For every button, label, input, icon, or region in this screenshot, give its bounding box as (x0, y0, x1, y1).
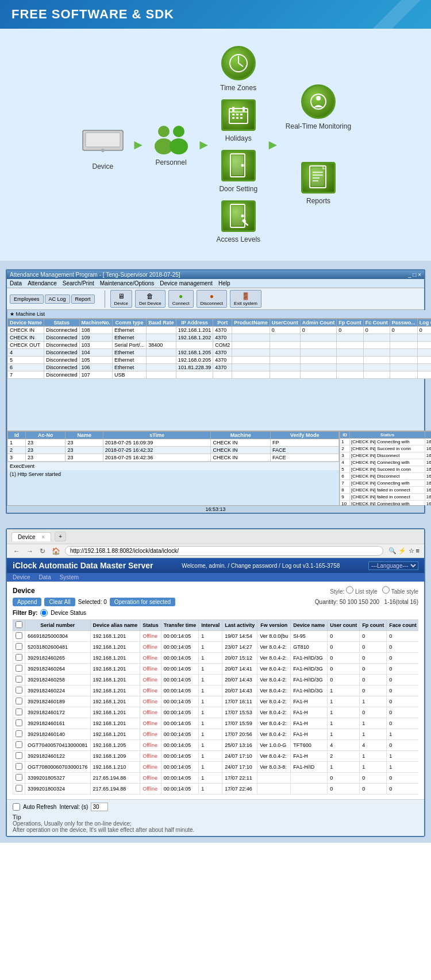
btn-append[interactable]: Append (13, 598, 41, 606)
tab-employees[interactable]: Employees (10, 295, 44, 304)
browser-tab-device[interactable]: Device × (11, 532, 51, 541)
menu-search[interactable]: Search/Print (63, 280, 94, 286)
th-activity[interactable]: Last activity (222, 620, 257, 631)
btn-device[interactable]: 🖥 Device (110, 290, 132, 308)
table-row[interactable]: 323232018-07-25 16:42:36CHECK INFACE (8, 454, 339, 462)
nav-device[interactable]: Device (13, 574, 30, 580)
row-checkbox[interactable] (16, 687, 22, 694)
table-row[interactable]: OGT70800060703000176192.168.1.210Offline… (13, 762, 419, 773)
row-checkbox[interactable] (16, 730, 22, 737)
list-item[interactable]: 4[CHECK IN] Connecting with16:35:44 07-2… (340, 459, 431, 466)
table-row[interactable]: 3929182460161192.168.1.201Offline00:00:1… (13, 718, 419, 729)
table-row[interactable]: OGT70400570413000081192.168.1.205Offline… (13, 740, 419, 751)
iclock-table-container: Serial number Device alias name Status T… (13, 619, 418, 795)
menu-data[interactable]: Data (10, 280, 22, 286)
table-row[interactable]: 52031802600481192.168.1.201Offline00:00:… (13, 642, 419, 653)
browser-forward[interactable]: → (25, 547, 35, 556)
browser-back[interactable]: ← (11, 547, 22, 556)
table-row[interactable]: 3399201800324217.65.194.88Offline00:00:1… (13, 784, 419, 795)
row-checkbox[interactable] (16, 676, 22, 683)
th-devname[interactable]: Device name (291, 620, 328, 631)
table-row[interactable]: 123232018-07-25 16:09:39CHECK INFP (8, 439, 339, 447)
btn-disconnect[interactable]: ● Disconnect (197, 290, 228, 308)
nav-system[interactable]: System (60, 574, 79, 580)
table-row[interactable]: 3929182460265192.168.1.201Offline00:00:1… (13, 653, 419, 664)
table-row[interactable]: 7Disconnected107USB3204 (8, 371, 432, 379)
table-style-radio[interactable] (382, 586, 390, 594)
tab-close-icon[interactable]: × (41, 534, 45, 540)
btn-clear[interactable]: Clear All (44, 598, 75, 606)
table-row[interactable]: CHECK INDisconnected109Ethernet192.168.1… (8, 334, 432, 342)
browser-home[interactable]: 🏠 (50, 547, 62, 556)
table-row[interactable]: 3929182460140192.168.1.201Offline00:00:1… (13, 729, 419, 740)
row-checkbox[interactable] (16, 665, 22, 672)
browser-url-bar[interactable] (65, 546, 383, 556)
table-row[interactable]: CHECK OUTDisconnected103Serial Port/...3… (8, 342, 432, 349)
btn-connect[interactable]: ● Connect (168, 290, 194, 308)
amp-machine-list[interactable]: Device Name Status MachineNo. Comm type … (7, 319, 431, 431)
list-item[interactable]: 6[CHECK IN] Disconnect16:39:03 07-25 (340, 473, 431, 480)
amp-menu[interactable]: Data Attendance Search/Print Maintenance… (7, 279, 424, 288)
iclock-style-opts: Style: List style Table style (330, 586, 418, 595)
th-fpcount[interactable]: Fp count (360, 620, 387, 631)
select-all[interactable] (16, 621, 22, 628)
list-item[interactable]: 2[CHECK IN] Succeed in conn16:08:41 07-2… (340, 446, 431, 452)
list-item[interactable]: 9[CHECK IN] failed in connect16:44:10 07… (340, 494, 431, 501)
table-row[interactable]: 3929182460258192.168.1.201Offline00:00:1… (13, 675, 419, 685)
row-checkbox[interactable] (16, 643, 22, 650)
th-status[interactable]: Status (140, 620, 161, 631)
th-facecount[interactable]: Face count (387, 620, 418, 631)
th-usercount[interactable]: User count (328, 620, 360, 631)
table-row[interactable]: 5Disconnected105Ethernet192.168.0.205437… (8, 357, 432, 364)
row-checkbox[interactable] (16, 698, 22, 704)
list-item[interactable]: 10[CHECK IN] Connecting with16:44:10 07-… (340, 501, 431, 506)
tab-aclog[interactable]: AC Log (45, 295, 70, 304)
menu-device-mgmt[interactable]: Device management (160, 280, 213, 286)
row-checkbox[interactable] (16, 708, 22, 715)
btn-exit[interactable]: 🚪 Exit system (230, 290, 261, 308)
filter-radio[interactable] (40, 609, 48, 617)
table-row[interactable]: 3929182460172192.168.1.201Offline00:00:1… (13, 707, 419, 718)
btn-operation[interactable]: Operation for selected (110, 598, 175, 606)
table-row[interactable]: 4Disconnected104Ethernet192.168.1.205437… (8, 349, 432, 357)
interval-input[interactable] (91, 803, 108, 811)
menu-help[interactable]: Help (218, 280, 230, 286)
auto-refresh-checkbox[interactable] (13, 803, 20, 811)
list-item[interactable]: 8[CHECK IN] failed in connect16:42:03 07… (340, 487, 431, 494)
btn-del-device[interactable]: 🗑 Del Device (135, 290, 166, 308)
th-alias[interactable]: Device alias name (90, 620, 140, 631)
row-checkbox[interactable] (16, 752, 22, 759)
list-item[interactable]: 7[CHECK IN] Connecting with16:41:55 07-2… (340, 480, 431, 487)
table-row[interactable]: 3399201805327217.65.194.88Offline00:00:1… (13, 773, 419, 784)
menu-attendance[interactable]: Attendance (28, 280, 57, 286)
row-checkbox[interactable] (16, 774, 22, 781)
row-checkbox[interactable] (16, 654, 22, 661)
browser-tab-add[interactable]: + (55, 532, 66, 541)
table-row[interactable]: 3929182460264192.168.1.201Offline00:00:1… (13, 664, 419, 675)
row-checkbox[interactable] (16, 719, 22, 726)
nav-data[interactable]: Data (39, 574, 51, 580)
table-row[interactable]: 3929182460224192.168.1.201Offline00:00:1… (13, 685, 419, 696)
table-row[interactable]: 66691825000304192.168.1.201Offline00:00:… (13, 631, 419, 642)
table-row[interactable]: 3929182460189192.168.1.201Offline00:00:1… (13, 696, 419, 707)
table-row[interactable]: CHECK INDisconnected108Ethernet192.168.1… (8, 327, 432, 334)
menu-maintenance[interactable]: Maintenance/Options (100, 280, 155, 286)
th-serial[interactable]: Serial number (25, 620, 91, 631)
language-select[interactable]: ---Language--- (368, 561, 418, 570)
list-item[interactable]: 3[CHECK IN] Disconnect16:09:24 07-25 (340, 452, 431, 459)
row-checkbox[interactable] (16, 741, 22, 748)
table-row[interactable]: 223232018-07-25 16:42:32CHECK INFACE (8, 447, 339, 454)
th-interval[interactable]: Interval (199, 620, 222, 631)
th-transfer[interactable]: Transfer time (161, 620, 199, 631)
table-row[interactable]: 6Disconnected106Ethernet101.81.228.39437… (8, 364, 432, 371)
list-item[interactable]: 1[CHECK IN] Connecting with16:08:40 07-2… (340, 439, 431, 446)
list-style-radio[interactable] (346, 586, 353, 594)
browser-refresh[interactable]: ↻ (38, 547, 47, 556)
th-fw[interactable]: Fw version (257, 620, 291, 631)
tab-report[interactable]: Report (71, 295, 95, 304)
row-checkbox[interactable] (16, 763, 22, 770)
row-checkbox[interactable] (16, 785, 22, 792)
list-item[interactable]: 5[CHECK IN] Succeed in conn16:35:51 07-2… (340, 466, 431, 473)
table-row[interactable]: 3929182460122192.168.1.209Offline00:00:1… (13, 751, 419, 762)
row-checkbox[interactable] (16, 632, 22, 639)
